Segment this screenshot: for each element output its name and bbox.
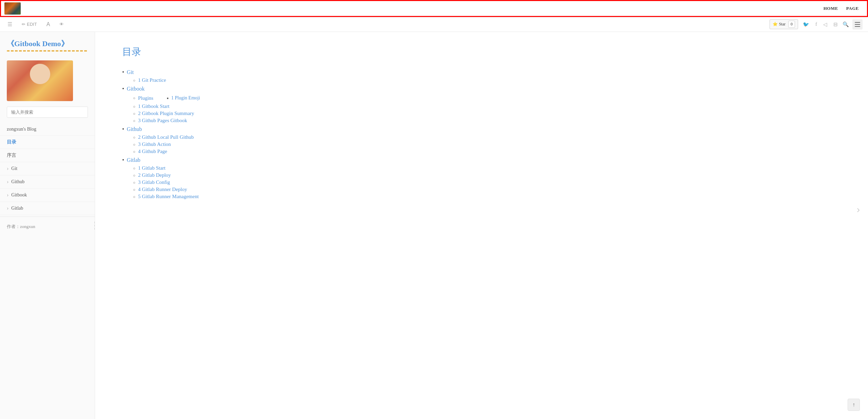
toc-link[interactable]: 3 Gitlab Config <box>138 179 170 185</box>
toc-link[interactable]: 2 Github Local Pull Github <box>138 134 194 140</box>
menu-line-2 <box>855 24 860 25</box>
sidebar-item-github[interactable]: Github <box>0 175 95 189</box>
toc-level-3-item: 1 Plugin Emoji <box>167 95 200 101</box>
facebook-icon[interactable]: f <box>814 21 818 28</box>
menu-line-3 <box>855 26 860 27</box>
toc-level-2-item: 3 Github Pages Gitbook <box>133 118 841 123</box>
edit-icon: ✏ <box>22 22 25 27</box>
toc-link[interactable]: Gitlab <box>127 157 141 163</box>
toc-level-2-item: Plugins1 Plugin Emoji <box>133 94 841 102</box>
sidebar-item-preface[interactable]: 序言 <box>0 149 95 162</box>
toc-level-1: Gitlab <box>122 157 841 163</box>
toc-level-2-item: 1 Gitbook Start <box>133 103 841 109</box>
font-icon: A <box>47 21 50 27</box>
toc-level-2-item: 1 Git Practice <box>133 77 841 83</box>
menu-icon: ☰ <box>7 21 12 27</box>
sidebar-item-blog[interactable]: zongxun's Blog <box>0 123 95 136</box>
nav-links: HOME PAGE <box>824 6 859 11</box>
toc-level-2-item: 2 Github Local Pull Github <box>133 134 841 140</box>
menu-line-1 <box>855 22 860 23</box>
toc-link[interactable]: Github <box>127 126 142 132</box>
sidebar-item-gitbook[interactable]: Gitbook <box>0 189 95 202</box>
eye-button[interactable]: 👁 <box>57 20 66 28</box>
toc-sub-list: 1 Gitlab Start2 Gitlab Deploy3 Gitlab Co… <box>122 165 841 199</box>
sidebar-author: 作者：zongxun <box>0 218 95 235</box>
toc-link[interactable]: 4 Gitlab Runner Deploy <box>138 187 187 192</box>
sidebar-nav: zongxun's Blog 目录 序言 Git Github Gitbook … <box>0 123 95 215</box>
toc-link[interactable]: 1 Gitlab Start <box>138 165 166 171</box>
sidebar-header: 《Gitbook Demo》 <box>0 32 95 55</box>
toc-section: Github2 Github Local Pull Github3 Github… <box>122 126 841 154</box>
toc-sub-list: 1 Git Practice <box>122 77 841 83</box>
toc-list: Git1 Git PracticeGitbookPlugins1 Plugin … <box>122 69 841 199</box>
avatar-image <box>7 60 73 101</box>
toc-level-2-item: 2 Gitlab Deploy <box>133 172 841 178</box>
toc-level-2-item: 2 Gitbook Plugin Summary <box>133 111 841 116</box>
sidebar-item-toc[interactable]: 目录 <box>0 136 95 149</box>
nav-page-link[interactable]: PAGE <box>846 6 859 11</box>
toc-link[interactable]: 2 Gitlab Deploy <box>138 172 171 178</box>
search-input[interactable] <box>7 107 88 118</box>
toc-level-1: Git <box>122 69 841 75</box>
toc-section: Git1 Git Practice <box>122 69 841 83</box>
star-count: 0 <box>788 21 795 28</box>
toc-sub-list: Plugins1 Plugin Emoji1 Gitbook Start2 Gi… <box>122 94 841 123</box>
toolbar-right: ⭐ Star 0 🐦 f ◁ ⊟ 🔍 <box>770 19 863 30</box>
toc-toggle-button[interactable]: ☰ <box>5 20 14 29</box>
star-label: Star <box>779 22 786 27</box>
toc-level-1: Gitbook <box>122 86 841 92</box>
toc-link[interactable]: 5 Gitlab Runner Management <box>138 194 199 199</box>
github-icon: ⭐ <box>773 22 778 27</box>
toc-link[interactable]: 1 Gitbook Start <box>138 103 170 109</box>
page-title: 目录 <box>122 45 841 58</box>
toc-sub-list: 2 Github Local Pull Github3 Github Actio… <box>122 134 841 154</box>
sidebar-avatar <box>7 60 73 101</box>
toc-level-2-item: 5 Gitlab Runner Management <box>133 194 841 199</box>
toc-link[interactable]: Git <box>127 69 134 75</box>
sidebar: 《Gitbook Demo》 zongxun's Blog 目录 序言 Git … <box>0 32 95 419</box>
font-button[interactable]: A <box>44 20 52 29</box>
top-nav: HOME PAGE <box>0 0 868 17</box>
toc-link[interactable]: 1 Plugin Emoji <box>171 95 200 101</box>
sidebar-resize-handle[interactable] <box>93 219 95 232</box>
toc-level-1: Github <box>122 126 841 132</box>
sidebar-title: 《Gitbook Demo》 <box>7 39 88 49</box>
sidebar-item-git[interactable]: Git <box>0 162 95 175</box>
scroll-to-top-button[interactable]: ↑ <box>848 399 860 411</box>
sidebar-item-gitlab[interactable]: Gitlab <box>0 202 95 215</box>
toolbar-left: ☰ ✏ EDIT A 👁 <box>5 20 764 29</box>
site-logo[interactable] <box>4 2 21 15</box>
search-icon[interactable]: 🔍 <box>843 21 849 27</box>
edit-button[interactable]: ✏ EDIT <box>20 20 39 28</box>
share-icon[interactable]: ◁ <box>822 21 829 28</box>
next-page-button[interactable]: › <box>854 202 863 218</box>
arrow-up-icon: ↑ <box>852 402 855 408</box>
toc-section: GitbookPlugins1 Plugin Emoji1 Gitbook St… <box>122 86 841 123</box>
sidebar-wavy-divider <box>7 50 88 52</box>
toolbar: ☰ ✏ EDIT A 👁 ⭐ Star 0 🐦 f ◁ ⊟ 🔍 <box>0 17 868 32</box>
twitter-icon[interactable]: 🐦 <box>801 21 811 28</box>
toc-link[interactable]: 4 Github Page <box>138 149 167 154</box>
toc-level-2-item: 3 Github Action <box>133 141 841 147</box>
toc-level-2-item: 4 Gitlab Runner Deploy <box>133 187 841 192</box>
rss-icon[interactable]: ⊟ <box>832 21 839 28</box>
toc-level-2-item: 1 Gitlab Start <box>133 165 841 171</box>
nav-home-link[interactable]: HOME <box>824 6 838 11</box>
toc-link[interactable]: Gitbook <box>127 86 145 92</box>
toc-link[interactable]: 2 Gitbook Plugin Summary <box>138 111 194 116</box>
toc-link[interactable]: 1 Git Practice <box>138 77 166 83</box>
toc-level-3-list: 1 Plugin Emoji <box>156 95 200 102</box>
github-star-button[interactable]: ⭐ Star 0 <box>770 19 798 29</box>
main-content: 目录 Git1 Git PracticeGitbookPlugins1 Plug… <box>95 32 868 419</box>
settings-menu-button[interactable] <box>852 19 863 30</box>
toc-level-2-item: 4 Github Page <box>133 149 841 154</box>
toc-section: Gitlab1 Gitlab Start2 Gitlab Deploy3 Git… <box>122 157 841 199</box>
edit-label: EDIT <box>27 22 37 27</box>
toc-link[interactable]: 3 Github Action <box>138 141 171 147</box>
eye-icon: 👁 <box>59 22 64 27</box>
toc-link[interactable]: Plugins <box>138 95 153 101</box>
sidebar-separator <box>0 216 95 217</box>
toc-level-2-item: 3 Gitlab Config <box>133 179 841 185</box>
toc-link[interactable]: 3 Github Pages Gitbook <box>138 118 187 123</box>
